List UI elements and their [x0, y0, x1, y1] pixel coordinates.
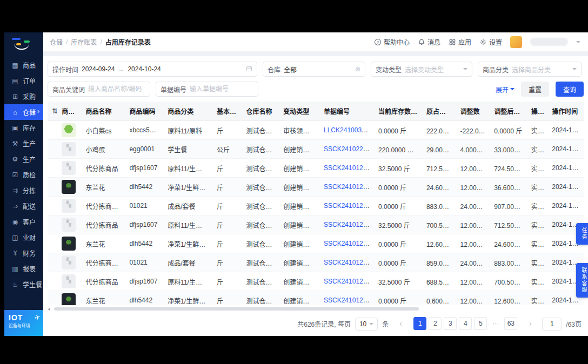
page-size-select[interactable]: 10 — [355, 318, 378, 331]
scroll-left-arrow-icon[interactable]: ◂ — [48, 306, 50, 312]
prev-page-button[interactable]: ‹ — [394, 318, 407, 331]
clear-icon[interactable]: ⊗ — [355, 65, 360, 73]
doc-no-link[interactable]: SSCK24101200001 — [324, 296, 374, 304]
sidebar-item-sorting[interactable]: ⇉分拣 — [4, 183, 43, 198]
table-row[interactable]: 代分拣商品-单位换算01021成品/套餐斤测试仓库5创建销售出库SSCK2410… — [48, 197, 584, 215]
help-center-button[interactable]: ? 帮助中心 — [374, 37, 410, 46]
cell-category: 成品/套餐 — [163, 253, 212, 272]
sidebar-item-quality[interactable]: ☑质检 — [4, 167, 43, 183]
doc-no-link[interactable]: SSCK24101200003 — [324, 202, 374, 210]
cell-row-settings — [48, 253, 57, 272]
doc-no-link[interactable]: SSCK24101200002 — [324, 259, 374, 266]
table-row[interactable]: 代分拣商品dfjsp1607原料11/生鲜类斤测试仓库5创建销售出库SSCK24… — [48, 215, 584, 234]
sidebar-item-customers[interactable]: ◉客户 — [4, 214, 43, 230]
keyword-field[interactable]: 商品关键词 — [48, 82, 150, 97]
doc-no-field[interactable]: 单据编号 — [156, 82, 258, 97]
column-header-label: 商品图片 — [62, 108, 81, 116]
page-jump-input[interactable] — [542, 318, 562, 331]
floating-tab-tasks[interactable]: 任务 — [576, 223, 588, 245]
page-button[interactable]: 2 — [429, 317, 442, 330]
filter-actions: 展开 重置 查询 — [496, 82, 584, 97]
reset-button[interactable]: 重置 — [521, 82, 549, 97]
sidebar-item-purchase[interactable]: ⊞采购 — [4, 89, 43, 104]
apps-button[interactable]: 应用 — [449, 37, 471, 46]
cell-doc-no: SSCK24101200002 — [319, 272, 374, 291]
cell-unit: 斤 — [212, 253, 242, 272]
avatar[interactable] — [510, 36, 522, 48]
table-row[interactable]: 东兰花dlh5442净菜1/生鲜shu菜类...斤测试仓库5创建销售出库SSCK… — [48, 178, 584, 197]
doc-no-link[interactable]: SSCK24101200002 — [324, 240, 374, 247]
table-row[interactable]: 代分拣商品-单位换算01021成品/套餐斤测试仓库5创建销售出库SSCK2410… — [48, 253, 584, 272]
sidebar-item-student-meals[interactable]: ♨学生餐 — [4, 277, 43, 292]
column-settings-icon[interactable]: ⇅ — [52, 107, 57, 115]
horizontal-scrollbar[interactable]: ◂ — [48, 306, 584, 312]
table-row[interactable]: 代分拣商品dfjsp1607原料11/生鲜类斤测试仓库5创建销售出库SSCK24… — [48, 272, 584, 291]
date-end-value[interactable]: 2024-10-24 — [128, 65, 161, 73]
warehouse-icon: ⌂ — [11, 109, 19, 116]
sidebar-item-production-2[interactable]: ⚙生产 — [4, 151, 43, 167]
breadcrumb-item[interactable]: 仓储 — [50, 37, 63, 46]
page-button[interactable]: 3 — [444, 317, 457, 330]
cell-code: dlh5442 — [125, 234, 163, 253]
sidebar-item-inventory[interactable]: ▣库存 — [4, 120, 43, 136]
page-button[interactable]: 4 — [459, 317, 472, 330]
messages-button[interactable]: 消息 — [418, 37, 440, 46]
next-page-button[interactable]: › — [524, 318, 537, 331]
warehouse-select[interactable]: 仓库 全部 ⊗ — [263, 62, 365, 77]
floating-tab-contact-support[interactable]: 联系客服 — [576, 263, 588, 298]
sidebar-item-label: 库存 — [23, 123, 36, 132]
column-header-label: 变动类型 — [283, 108, 309, 116]
sidebar-item-orders[interactable]: ▤订单 — [4, 73, 43, 89]
chevron-down-icon — [369, 323, 373, 327]
doc-no-link[interactable]: SSCK24101200004 — [324, 164, 374, 172]
sidebar-item-finance[interactable]: ¥财务 — [4, 245, 43, 261]
production-icon: ⚙ — [11, 156, 19, 163]
product-image — [62, 199, 76, 213]
cell-warehouse: 测试仓库5 — [242, 178, 279, 197]
doc-no-link[interactable]: SSCK24101200003 — [324, 221, 374, 228]
cell-original-occupied: 688.5000 斤 — [422, 272, 456, 291]
cell-original-occupied: 700.5000 斤 — [422, 215, 456, 234]
page-button[interactable]: 5 — [474, 317, 487, 330]
apps-grid-icon — [449, 38, 456, 46]
doc-no-link[interactable]: LLCK24100300001 — [324, 126, 374, 134]
table-row[interactable]: 东兰花dlh5442净菜1/生鲜shu菜类...斤测试仓库5创建销售出库SSCK… — [48, 234, 584, 253]
expand-link[interactable]: 展开 — [496, 85, 514, 94]
doc-no-link[interactable]: SSCK24101200002 — [324, 278, 374, 285]
doc-no-link[interactable]: SSCK24102200001 — [324, 145, 374, 153]
breadcrumb-item[interactable]: 库存账表 — [71, 37, 97, 46]
table-row[interactable]: 小白菜csxbccs5869原料11/原料斤测试仓库5审核领料出库LLCK241… — [48, 121, 584, 140]
query-button[interactable]: 查询 — [556, 82, 584, 97]
category-select[interactable]: 商品分类 选择商品分类 — [478, 62, 582, 77]
cell-category: 原料11/生鲜类 — [163, 272, 212, 291]
sidebar-item-warehouse[interactable]: ⌂仓储 — [4, 104, 43, 120]
date-range-arrow-icon: → — [118, 65, 124, 73]
page-button[interactable]: 1 — [413, 317, 426, 330]
settings-button[interactable]: 设置 — [479, 37, 502, 46]
doc-no-input[interactable] — [190, 85, 253, 93]
doc-no-link[interactable]: SSCK24101200003 — [324, 183, 374, 191]
cell-current-stock: 0.0000 斤 — [374, 121, 422, 140]
messages-label: 消息 — [427, 37, 440, 46]
date-start-value[interactable]: 2024-09-24 — [82, 65, 115, 73]
scrollbar-thumb[interactable] — [54, 307, 419, 311]
table-row[interactable]: 代分拣商品dfjsp1607原料11/生鲜类斤测试仓库5创建销售出库SSCK24… — [48, 159, 584, 178]
sidebar-item-business-finance[interactable]: ◫业财 — [4, 230, 43, 245]
cell-code: dlh5442 — [125, 178, 163, 197]
cell-operator: 实施02 — [527, 234, 547, 253]
column-header-doc-no: 单据编号 — [319, 102, 374, 121]
sidebar-item-production-1[interactable]: ⚒生产 — [4, 136, 43, 151]
cell-operator: 实施02 — [527, 178, 547, 197]
sidebar-item-goods[interactable]: ▦商品 — [4, 57, 43, 73]
sidebar-item-delivery[interactable]: ⇒配送 — [4, 198, 43, 214]
column-settings-header[interactable]: ⇅ — [48, 102, 57, 121]
user-menu-chevron-down-icon[interactable] — [576, 41, 580, 45]
sidebar-item-reports[interactable]: ▥报表 — [4, 261, 43, 277]
cell-row-settings — [48, 234, 57, 253]
table-row[interactable]: 东兰花dlh5442净菜1/生鲜shu菜类...斤测试仓库5创建销售出库SSCK… — [48, 291, 584, 306]
keyword-input[interactable] — [88, 85, 145, 93]
change-type-select[interactable]: 变动类型 选择变动类型 — [371, 62, 472, 77]
date-range-picker[interactable]: 操作时间 2024-09-24 → 2024-10-24 — [48, 62, 257, 77]
page-button[interactable]: 63 — [504, 317, 517, 330]
table-row[interactable]: 小鸡蛋egg0001学生餐公斤测试仓库5创建销售出库SSCK2410220000… — [48, 140, 584, 159]
